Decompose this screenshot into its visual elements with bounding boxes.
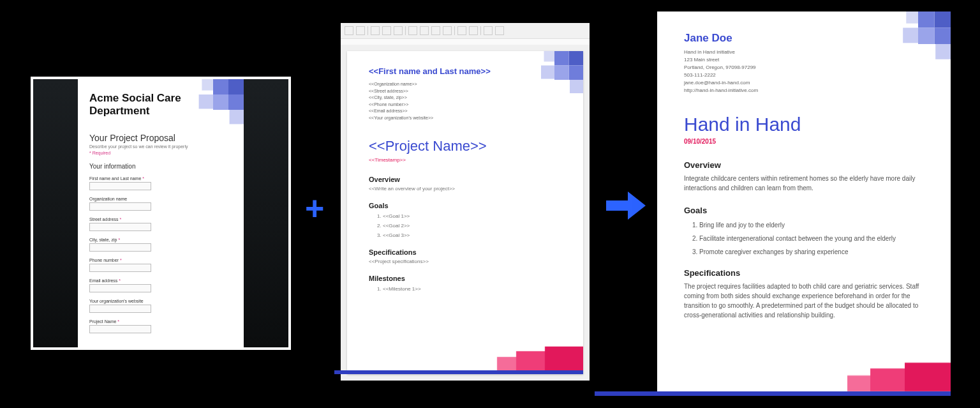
template-timestamp-placeholder: <<Timestamp>>: [369, 157, 561, 163]
form-field: Phone number *: [89, 258, 232, 272]
field-label: Phone number *: [89, 258, 232, 262]
form-field: Project Name *: [89, 319, 232, 333]
field-label: Email address *: [89, 278, 232, 283]
field-label: Street address *: [89, 217, 232, 222]
output-specs-body: The project requires facilities adapted …: [684, 282, 924, 320]
toolbar-button[interactable]: [495, 26, 504, 35]
toolbar-separator: [405, 26, 406, 35]
goal-item: <<Goal 2>>: [383, 223, 561, 229]
meta-item: 123 Main street: [684, 56, 924, 64]
toolbar-button[interactable]: [457, 26, 466, 35]
template-milestones-list: <<Milestone 1>>: [369, 286, 561, 292]
form-field: City, state, zip *: [89, 238, 232, 252]
meta-item: <<Organization name>>: [369, 81, 561, 88]
toolbar-button[interactable]: [408, 26, 417, 35]
section-title-milestones: Milestones: [369, 275, 561, 282]
form-section-title: Your information: [89, 163, 232, 170]
toolbar-button[interactable]: [484, 26, 493, 35]
plus-icon: +: [305, 192, 324, 225]
template-meta-list: <<Organization name>><<Street address>><…: [369, 81, 561, 121]
meta-item: Hand in Hand initiative: [684, 49, 924, 56]
meta-item: <<Phone number>>: [369, 102, 561, 109]
toolbar-separator: [480, 26, 481, 35]
goal-item: Promote caregiver exchanges by sharing e…: [699, 248, 924, 255]
form-field: Your organization's website: [89, 299, 232, 313]
goal-item: Bring life and joy to the elderly: [699, 222, 924, 229]
milestone-item: <<Milestone 1>>: [383, 286, 561, 292]
text-input[interactable]: [89, 243, 151, 252]
section-title-goals: Goals: [684, 206, 924, 215]
meta-item: <<Street address>>: [369, 88, 561, 95]
form-panel: Acme Social Care Department Your Project…: [31, 77, 291, 350]
template-specs-placeholder: <<Project specifications>>: [369, 259, 561, 264]
toolbar-button[interactable]: [382, 26, 391, 35]
section-title-overview: Overview: [684, 160, 924, 170]
decor-footer-icon: [824, 350, 951, 396]
toolbar-button[interactable]: [420, 26, 429, 35]
field-label: Project Name *: [89, 319, 232, 324]
template-goals-list: <<Goal 1>><<Goal 2>><<Goal 3>>: [369, 213, 561, 238]
output-meta-list: Hand in Hand initiative123 Main streetPo…: [684, 49, 924, 94]
decor-footer-icon: [478, 336, 583, 374]
toolbar-separator: [368, 26, 368, 35]
text-input[interactable]: [89, 264, 151, 272]
form-title: Your Project Proposal: [89, 133, 232, 143]
output-panel: Jane Doe Hand in Hand initiative123 Main…: [657, 11, 951, 396]
template-project-placeholder: <<Project Name>>: [369, 138, 561, 155]
toolbar-button[interactable]: [431, 26, 440, 35]
toolbar-separator: [454, 26, 455, 35]
template-name-placeholder: <<First name and Last name>>: [369, 66, 561, 76]
form-sidebar-right: [244, 79, 288, 347]
section-title-specs: Specifications: [684, 268, 924, 278]
field-label: First name and Last name *: [89, 176, 232, 181]
text-input[interactable]: [89, 325, 151, 333]
text-input[interactable]: [89, 202, 151, 211]
field-label: Your organization's website: [89, 299, 232, 303]
toolbar-button[interactable]: [356, 26, 365, 35]
goal-item: <<Goal 3>>: [383, 232, 561, 238]
toolbar-button[interactable]: [345, 26, 353, 35]
field-label: City, state, zip *: [89, 238, 232, 242]
meta-item: 503-111-2222: [684, 72, 924, 79]
section-title-overview: Overview: [369, 176, 561, 183]
template-overview-placeholder: <<Write an overview of your project>>: [369, 186, 561, 192]
form-subtitle: Describe your project so we can review i…: [89, 144, 232, 149]
template-panel: <<First name and Last name>> <<Organizat…: [341, 23, 590, 381]
toolbar-button[interactable]: [443, 26, 452, 35]
doc-sheet: <<First name and Last name>> <<Organizat…: [347, 51, 583, 374]
output-sheet: Jane Doe Hand in Hand initiative123 Main…: [657, 11, 951, 396]
meta-item: <<Email address>>: [369, 108, 561, 115]
toolbar-button[interactable]: [394, 26, 403, 35]
section-title-specs: Specifications: [369, 248, 561, 256]
form-field: Organization name: [89, 197, 232, 211]
diagram-stage: Acme Social Care Department Your Project…: [0, 0, 980, 408]
form-required-note: * Required: [89, 151, 232, 155]
arrow-right-icon: [606, 192, 646, 222]
text-input[interactable]: [89, 305, 151, 313]
field-label: Organization name: [89, 197, 232, 201]
doc-area: <<First name and Last name>> <<Organizat…: [341, 45, 590, 381]
doc-toolbar[interactable]: [341, 23, 590, 39]
form-field: Street address *: [89, 217, 232, 231]
goal-item: Facilitate intergenerational contact bet…: [699, 235, 924, 242]
form-sidebar-left: [33, 79, 78, 347]
meta-item: <<Your organization's website>>: [369, 115, 561, 122]
toolbar-button[interactable]: [371, 26, 380, 35]
output-timestamp: 09/10/2015: [684, 138, 924, 145]
form-fields: First name and Last name *Organization n…: [89, 176, 232, 333]
toolbar-button[interactable]: [469, 26, 478, 35]
meta-item: <<City, state, zip>>: [369, 94, 561, 102]
meta-item: jane.doe@hand-in-hand.com: [684, 79, 924, 87]
form-header: Acme Social Care Department: [89, 92, 232, 117]
text-input[interactable]: [89, 182, 151, 190]
output-name: Jane Doe: [684, 32, 924, 45]
output-goals-list: Bring life and joy to the elderlyFacilit…: [684, 222, 924, 255]
meta-item: http://hand-in-hand-initiative.com: [684, 87, 924, 94]
text-input[interactable]: [89, 223, 151, 231]
goal-item: <<Goal 1>>: [383, 213, 561, 219]
form-field: Email address *: [89, 278, 232, 292]
output-project-title: Hand in Hand: [684, 114, 924, 135]
section-title-goals: Goals: [369, 202, 561, 209]
form-content: Acme Social Care Department Your Project…: [78, 79, 244, 347]
text-input[interactable]: [89, 284, 151, 292]
